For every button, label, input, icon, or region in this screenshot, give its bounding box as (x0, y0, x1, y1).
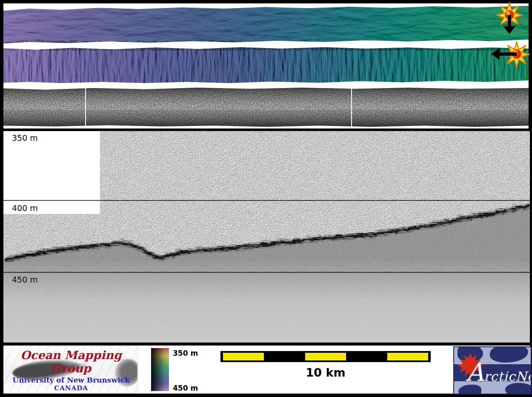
omg-logo-title: Ocean Mapping Group (5, 348, 137, 375)
depth-label-350m: 350 m (12, 133, 38, 143)
arctic-map-landmass (505, 383, 532, 394)
subbottom-echogram-panel: 350 m 400 m 450 m (3, 131, 530, 343)
scalebar-segment-black (346, 353, 387, 360)
scalebar-segment-yellow (387, 353, 428, 360)
ocean-mapping-group-logo: Ocean Mapping Group University of New Br… (4, 346, 138, 394)
bathymetry-swath-east-sun (3, 46, 529, 84)
fix-mark-line-1 (85, 87, 86, 128)
arcticnet-rest: rcticNet (484, 369, 532, 384)
bathymetry-swath-north-sun (3, 5, 529, 44)
arcticnet-logo: ArcticNet (453, 346, 532, 394)
scalebar-segment-yellow (305, 353, 346, 360)
sun-with-left-arrow-icon (489, 40, 531, 69)
depth-label-400m: 400 m (12, 203, 38, 213)
fix-mark-line-2 (351, 87, 352, 128)
depth-label-450m: 450 m (12, 275, 38, 284)
omg-logo-country: CANADA (5, 384, 137, 392)
sidescan-backscatter-strip (3, 87, 529, 128)
arcticnet-wordmark: ArcticNet (466, 360, 530, 385)
scale-bar-label: 10 km (220, 366, 431, 379)
colorbar-label-350m: 350 m (173, 349, 198, 357)
legend-bar: Ocean Mapping Group University of New Br… (3, 346, 530, 394)
survey-figure: 350 m 400 m 450 m Ocean Mapping Group Un… (0, 0, 532, 397)
colorbar-label-450m: 450 m (173, 384, 198, 392)
depth-colorbar-shading (151, 348, 169, 391)
arcticnet-initial: A (466, 358, 484, 387)
scale-bar (220, 351, 431, 362)
scalebar-segment-black (264, 353, 305, 360)
omg-logo-university: University of New Brunswick (5, 376, 137, 384)
sun-with-down-arrow-icon (495, 2, 524, 36)
no-data-blank-region (3, 131, 100, 214)
scalebar-segment-yellow (223, 353, 264, 360)
